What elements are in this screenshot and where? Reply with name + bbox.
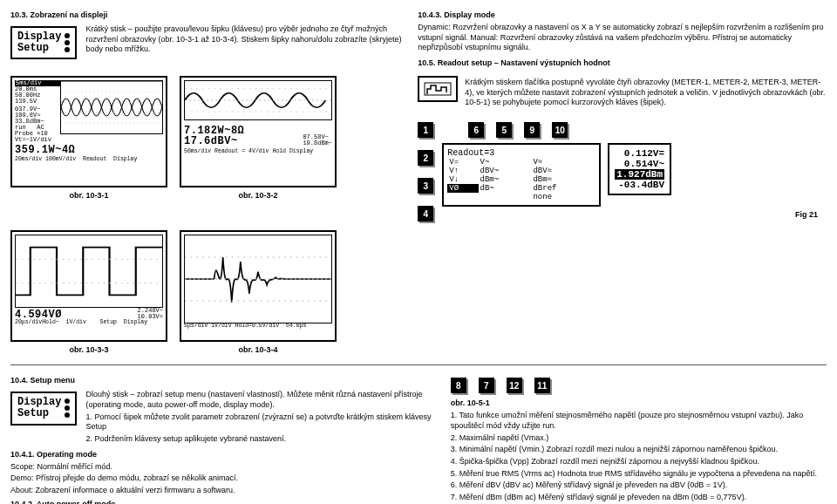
section-10-5-text: Krátkým stiskem tlačítka postupně vyvolá… [465,78,827,108]
lcd-fig-10-3-1: 5ms/div 20.0ms 50.00Hz 139.5V 037.9V~ 10… [10,76,167,187]
setup-label: Setup [17,43,61,54]
fig-10-3-3-label: obr. 10-3-3 [69,345,108,354]
fig-10-3-1-label: obr. 10-3-1 [69,191,108,200]
item-3: 3. Minimální napětí (Vmin.) Zobrazí rozd… [451,445,827,455]
section-10-4-title: 10.4. Setup menu [10,376,435,385]
section-10-4-1-title: 10.4.1. Operating mode [10,450,435,459]
fig-10-5-1-label: obr. 10-5-1 [451,398,827,407]
scope-line: Scope: Normální měřící mód. [10,462,435,473]
section-10-4-3-title: 10.4.3. Display mode [418,10,827,19]
section-10-4-p2: 1. Pomocí šipek můžete zvolit parametr z… [85,412,434,432]
lcd-fig-10-3-4: 5μs/div 1V/div Hold=0.5V/div 64.0μs [180,230,337,342]
about-line: About: Zobrazení informace o aktuální ve… [10,486,435,496]
display-setup-button-icon: Display Setup [10,26,77,59]
item-1: 1. Tato funkce umožní měření stejnosměrn… [451,411,827,431]
readout-menu-box: Readout=3 V=V~V≈ V↑dBV~dBV≈ V↓dBm~dBm≈ V… [442,143,601,207]
section-10-4-p3: 2. Podržením klávesy setup aplikujete vy… [85,434,434,445]
lcd-fig-10-3-2: 7.182W~8Ω 17.6dBV~ 07.58V~ 19.8dBm~ 50ms… [180,76,337,187]
bottom-badges: 8 7 12 11 [451,378,827,393]
item-4: 4. Špička-špička (Vpp) Zobrazí rozdíl me… [451,457,827,467]
section-10-3-intro: Krátký stisk – použijte pravou/levou šip… [85,24,402,55]
item-2: 2. Maximální napětí (Vmax.) [451,433,827,444]
display-setup-button-icon-2: Display Setup [10,392,77,425]
fig-21-label: Fig 21 [442,210,818,219]
section-10-4-p1: Dlouhý stisk – zobrazí setup menu (nasta… [85,390,434,410]
left-badges: 1 2 3 4 [418,122,433,221]
section-10-5-title: 10.5. Readout setup – Nastavení výstupní… [418,58,827,67]
readout-setup-icon [418,76,458,102]
fig-10-3-2-label: obr. 10-3-2 [238,191,277,200]
section-10-4-3-text: Dynamic: Rozvržení obrazovky a nastavení… [418,23,827,53]
item-6: 6. Měření dBV (dBV ac) Měřený střídavý s… [451,480,827,491]
lcd-fig-10-3-3: 4.594VØ 2.248V~10.03V≈ 20μs/divHold~ 1V/… [10,230,167,342]
section-10-3-title: 10.3. Zobrazení na displeji [10,10,402,19]
fig-10-3-4-label: obr. 10-3-4 [238,345,277,354]
top-badges: 6 5 9 10 [442,122,827,138]
section-10-4-2-title: 10.4.2. Auto power-off mode [10,500,435,504]
item-7: 7. Měření dBm (dBm ac) Měřený střídavý s… [451,493,827,503]
item-5: 5. Měření true RMS (Vrms ac) Hodnota tru… [451,469,827,480]
demo-line: Demo: Přístroj přejde do demo módu, zobr… [10,473,435,484]
